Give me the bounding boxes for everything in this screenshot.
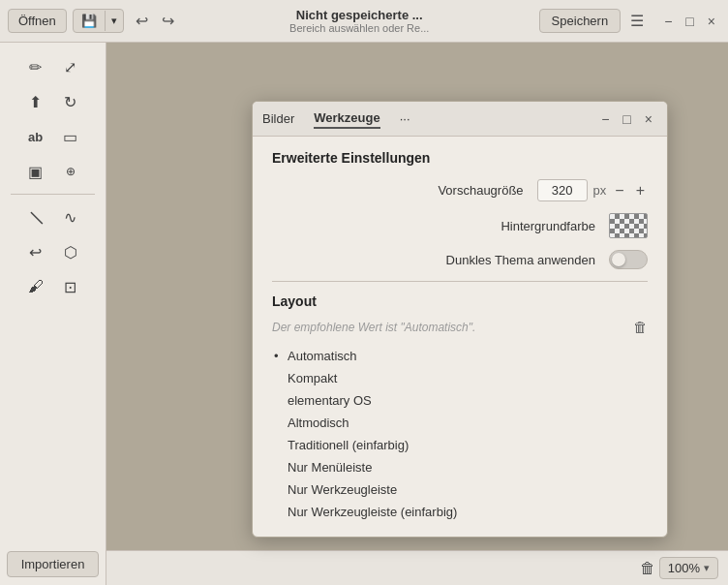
rotate-tool[interactable]: ↻ xyxy=(55,88,86,115)
stamp-tool[interactable]: ⊕ xyxy=(55,158,86,185)
arrow-tool[interactable]: ↩ xyxy=(20,238,51,265)
title-bar-right: Speichern ☰ − □ × xyxy=(539,9,720,33)
zoom-dropdown-button[interactable]: ▾ xyxy=(704,562,710,574)
window-title: Nicht gespeicherte ... xyxy=(296,8,423,22)
menu-button[interactable]: ☰ xyxy=(624,10,650,32)
line-tool[interactable]: | xyxy=(15,197,55,237)
dunkles-row: Dunkles Thema anwenden xyxy=(272,250,648,269)
color-swatch[interactable] xyxy=(609,213,648,238)
undo-button[interactable]: ↩ xyxy=(130,10,154,32)
expand-tool[interactable]: ⤢ xyxy=(55,53,86,80)
minimize-button[interactable]: − xyxy=(659,12,677,31)
tool-separator-1 xyxy=(11,194,95,195)
zoom-label: 100% xyxy=(668,561,700,575)
pencil-tool[interactable]: ✏ xyxy=(20,53,51,80)
dialog-restore-button[interactable]: □ xyxy=(618,109,635,129)
layout-trash-button[interactable]: 🗑 xyxy=(633,319,648,335)
bottom-bar: 🗑 100% ▾ xyxy=(106,550,728,585)
list-item-werkzeugleiste[interactable]: Nur Werkzeugleiste xyxy=(272,478,648,501)
dunkles-label: Dunkles Thema anwenden xyxy=(272,253,609,267)
vorschau-minus-button[interactable]: − xyxy=(612,182,626,200)
layout-hint-row: Der empfohlene Wert ist "Automatisch". 🗑 xyxy=(272,319,648,335)
layout-hint-text: Der empfohlene Wert ist "Automatisch". xyxy=(272,321,475,334)
dialog-tab-controls: − □ × xyxy=(596,109,657,129)
list-item-kompakt[interactable]: Kompakt xyxy=(272,367,648,389)
layout-list: Automatisch Kompakt elementary OS Altmod… xyxy=(272,345,648,523)
dark-theme-toggle[interactable] xyxy=(609,250,648,269)
save-group: 💾 ▾ xyxy=(73,9,124,33)
dialog-minimize-button[interactable]: − xyxy=(596,109,614,129)
paint-tool[interactable]: 🖌 xyxy=(20,273,51,300)
tool-row-5: | ∿ xyxy=(0,200,106,233)
dialog-title-bar: Bilder Werkzeuge ··· − □ × xyxy=(253,102,667,137)
hintergrund-control xyxy=(609,213,648,238)
import-button[interactable]: Importieren xyxy=(7,551,100,577)
tool-row-6: ↩ ⬡ xyxy=(0,235,106,268)
curve-tool[interactable]: ∿ xyxy=(55,203,86,231)
tab-werkzeuge[interactable]: Werkzeuge xyxy=(314,108,379,129)
list-item-werkzeugleiste-einfarbig[interactable]: Nur Werkzeugleiste (einfarbig) xyxy=(272,501,648,523)
list-item-traditionell[interactable]: Traditionell (einfarbig) xyxy=(272,434,648,456)
tool-row-1: ✏ ⤢ xyxy=(0,50,106,83)
title-bar-left: Öffnen 💾 ▾ ↩ ↪ xyxy=(8,9,180,33)
vorschau-control: px − + xyxy=(537,179,648,201)
crop-tool[interactable]: ⊡ xyxy=(55,273,86,300)
tool-row-7: 🖌 ⊡ xyxy=(0,270,106,303)
rect-select-tool[interactable]: ▣ xyxy=(20,158,51,185)
vorschau-input[interactable] xyxy=(537,179,588,201)
restore-button[interactable]: □ xyxy=(681,12,698,31)
left-toolbar: ✏ ⤢ ⬆ ↻ ab ▭ ▣ ⊕ | ∿ ↩ ⬡ xyxy=(0,43,106,585)
list-item-automatisch[interactable]: Automatisch xyxy=(272,345,648,367)
window-subtitle: Bereich auswählen oder Re... xyxy=(289,22,429,34)
hintergrund-row: Hintergrundfarbe xyxy=(272,213,648,238)
vorschau-unit: px xyxy=(593,183,607,198)
dialog-tabs: Bilder Werkzeuge ··· xyxy=(262,108,596,129)
list-item-elementary[interactable]: elementary OS xyxy=(272,389,648,412)
main-content: ✏ ⤢ ⬆ ↻ ab ▭ ▣ ⊕ | ∿ ↩ ⬡ xyxy=(0,43,728,585)
upload-tool[interactable]: ⬆ xyxy=(20,88,51,115)
dialog-close-button[interactable]: × xyxy=(640,109,657,129)
vorschau-row: Vorschaugröße px − + xyxy=(272,179,648,201)
dialog-body: Erweiterte Einstellungen Vorschaugröße p… xyxy=(253,137,667,537)
app-window: Öffnen 💾 ▾ ↩ ↪ Nicht gespeicherte ... Be… xyxy=(0,0,728,585)
layout-section-title: Layout xyxy=(272,293,648,309)
dunkles-control xyxy=(609,250,648,269)
list-item-menuleiste[interactable]: Nur Menüleiste xyxy=(272,456,648,478)
tool-row-2: ⬆ ↻ xyxy=(0,85,106,118)
section-divider xyxy=(272,281,648,282)
text-tool[interactable]: ab xyxy=(20,123,51,150)
polygon-tool[interactable]: ⬡ xyxy=(55,238,86,265)
undo-redo-group: ↩ ↪ xyxy=(130,10,180,32)
tool-row-4: ▣ ⊕ xyxy=(0,155,106,188)
redo-button[interactable]: ↪ xyxy=(156,10,180,32)
title-bar-center: Nicht gespeicherte ... Bereich auswählen… xyxy=(180,8,539,34)
close-button[interactable]: × xyxy=(703,12,720,31)
vorschau-plus-button[interactable]: + xyxy=(633,182,648,200)
vorschau-label: Vorschaugröße xyxy=(272,183,537,198)
toggle-knob xyxy=(612,253,625,266)
list-item-altmodisch[interactable]: Altmodisch xyxy=(272,412,648,434)
section-erweiterte-title: Erweiterte Einstellungen xyxy=(272,150,648,166)
square-tool[interactable]: ▭ xyxy=(55,123,86,150)
save-dropdown-button[interactable]: ▾ xyxy=(105,11,123,31)
save-icon-button[interactable]: 💾 xyxy=(74,10,105,32)
speichern-button[interactable]: Speichern xyxy=(539,9,622,33)
canvas-area: Bilder Werkzeuge ··· − □ × Erweiterte Ei… xyxy=(106,43,728,585)
tab-more[interactable]: ··· xyxy=(400,108,410,129)
window-controls: − □ × xyxy=(659,12,720,31)
zoom-display: 100% ▾ xyxy=(659,557,718,579)
title-bar: Öffnen 💾 ▾ ↩ ↪ Nicht gespeicherte ... Be… xyxy=(0,0,728,43)
settings-dialog: Bilder Werkzeuge ··· − □ × Erweiterte Ei… xyxy=(252,101,668,538)
tool-row-3: ab ▭ xyxy=(0,120,106,153)
open-button[interactable]: Öffnen xyxy=(8,9,67,33)
tab-bilder[interactable]: Bilder xyxy=(262,108,294,129)
hintergrund-label: Hintergrundfarbe xyxy=(272,219,609,233)
bottom-trash-button[interactable]: 🗑 xyxy=(640,560,655,577)
